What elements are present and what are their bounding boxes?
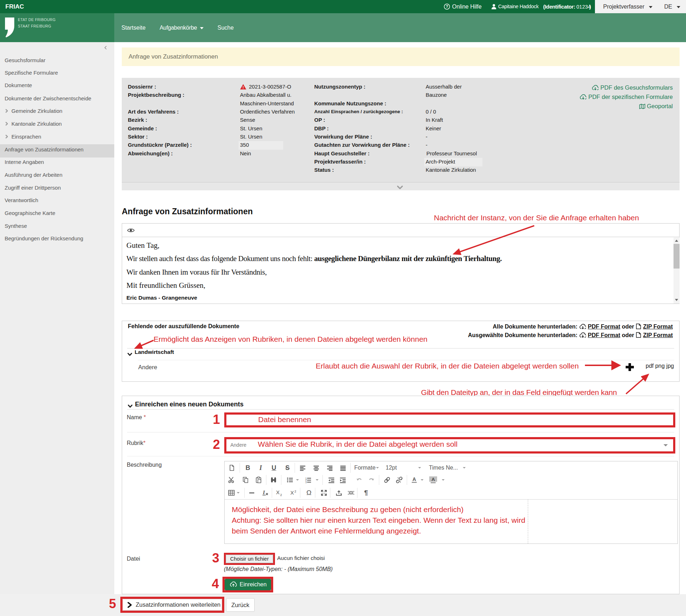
svg-text:I: I — [262, 490, 265, 495]
svg-text:X: X — [276, 489, 280, 495]
svg-text:A: A — [431, 477, 435, 482]
svg-text:X: X — [290, 490, 294, 496]
svg-text:3: 3 — [305, 481, 307, 484]
svg-text:?: ? — [446, 4, 448, 9]
svg-text:!: ! — [242, 86, 244, 90]
svg-text:2: 2 — [294, 490, 296, 493]
svg-text:2: 2 — [280, 493, 282, 497]
svg-text:A: A — [412, 476, 416, 482]
